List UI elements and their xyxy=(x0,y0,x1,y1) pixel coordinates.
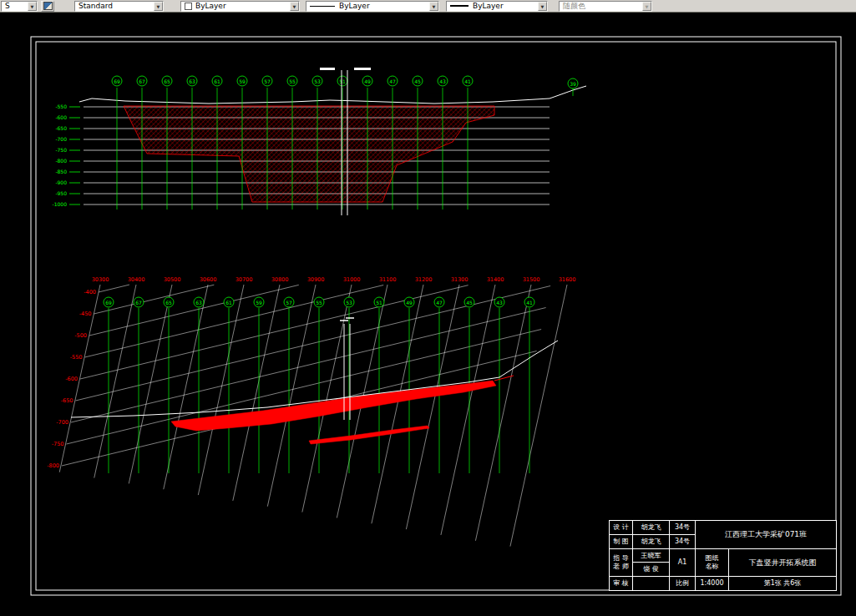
plan-elevation-label: -750 xyxy=(52,441,64,447)
elevation-label: -950 xyxy=(55,190,67,196)
linetype-control-value: ByLayer xyxy=(339,2,370,10)
station-label: 39 xyxy=(570,81,576,87)
station-label: 47 xyxy=(436,300,443,305)
station-label: 67 xyxy=(139,78,145,84)
design-label: 设 计 xyxy=(610,521,633,535)
grid-line-cross[interactable] xyxy=(129,285,172,483)
station-label: 69 xyxy=(105,300,112,305)
color-control-value: ByLayer xyxy=(195,2,226,10)
grid-line-cross[interactable] xyxy=(267,285,316,507)
properties-toolbar: S ▼ Standard ▼ ByLayer ▼ ByLayer ▼ ByLay… xyxy=(0,0,856,13)
grid-line-cross[interactable] xyxy=(510,285,567,547)
chevron-down-icon[interactable]: ▼ xyxy=(28,2,37,11)
plan-elevation-label: -550 xyxy=(70,354,83,361)
grid-line-level[interactable] xyxy=(99,285,129,292)
headframe-symbol[interactable] xyxy=(320,68,335,70)
advisor-name-1: 王晓军 xyxy=(633,549,670,563)
chevron-down-icon[interactable]: ▼ xyxy=(290,2,299,11)
ore-body-plan[interactable] xyxy=(171,381,496,431)
grid-line-level[interactable] xyxy=(89,285,299,336)
station-label: 59 xyxy=(239,78,246,84)
paper-size: A1 xyxy=(670,549,696,577)
plan-elevation-label: -700 xyxy=(56,419,68,426)
ore-body-plan-lower[interactable] xyxy=(309,426,429,444)
coordinate-label: 30400 xyxy=(128,276,145,283)
plan-elevation-label: -600 xyxy=(65,376,78,382)
section-view[interactable]: -550-600-650-700-750-800-850-900-950-100… xyxy=(53,68,586,215)
design-no: 34号 xyxy=(670,521,696,535)
scale-label: 比例 xyxy=(670,577,696,591)
station-label: 69 xyxy=(114,78,120,84)
station-label: 47 xyxy=(389,78,396,84)
plan-elevation-label: -500 xyxy=(74,332,87,339)
plan-elevation-label: -450 xyxy=(79,311,92,317)
grid-line-cross[interactable] xyxy=(475,285,531,541)
review-name xyxy=(633,577,670,591)
layer-control-value: S xyxy=(5,2,10,10)
surface-line[interactable] xyxy=(79,86,586,104)
headframe-symbol[interactable] xyxy=(354,68,371,70)
elevation-label: -700 xyxy=(55,136,67,142)
elevation-label: -600 xyxy=(55,114,67,120)
advisor-label: 指 导 老 师 xyxy=(610,549,633,577)
station-label: 45 xyxy=(466,300,473,305)
elevation-label: -1000 xyxy=(53,201,68,207)
grid-line-cross[interactable] xyxy=(441,285,495,535)
scale-value: 1:4000 xyxy=(696,577,729,591)
station-label: 57 xyxy=(264,78,271,84)
draft-no: 34号 xyxy=(670,535,696,549)
station-label: 55 xyxy=(289,78,296,84)
station-label: 63 xyxy=(195,300,202,305)
chevron-down-icon[interactable]: ▼ xyxy=(538,2,547,11)
style-manager-icon xyxy=(43,2,53,10)
coordinate-label: 30300 xyxy=(92,276,109,283)
station-label: 61 xyxy=(214,78,220,84)
advisor-name-2: 饶 俊 xyxy=(633,563,670,577)
station-label: 53 xyxy=(314,78,321,84)
elevation-label: -800 xyxy=(55,158,67,164)
grid-line-level[interactable] xyxy=(85,285,384,357)
text-style-combo[interactable]: Standard ▼ xyxy=(74,1,164,12)
station-label: 57 xyxy=(286,300,292,305)
coordinate-label: 31100 xyxy=(379,276,397,283)
lineweight-control-combo[interactable]: ByLayer ▼ xyxy=(446,1,548,12)
coordinate-label: 30700 xyxy=(236,276,253,283)
ore-body-hatch[interactable] xyxy=(124,106,494,202)
chevron-down-icon: ▼ xyxy=(642,2,651,11)
chevron-down-icon[interactable]: ▼ xyxy=(429,2,438,11)
grid-line-cross[interactable] xyxy=(164,285,208,489)
station-label: 65 xyxy=(164,78,170,84)
drawing-name: 下盘竖井开拓系统图 xyxy=(729,549,837,577)
station-label: 43 xyxy=(439,78,446,84)
linetype-control-combo[interactable]: ByLayer ▼ xyxy=(306,1,439,12)
station-label: 51 xyxy=(339,78,346,84)
grid-line-cross[interactable] xyxy=(94,285,136,478)
color-swatch-icon xyxy=(185,3,192,10)
plan-elevation-label: -800 xyxy=(47,462,59,469)
coordinate-label: 31000 xyxy=(343,276,361,283)
model-space[interactable]: -550-600-650-700-750-800-850-900-950-100… xyxy=(0,13,856,616)
elevation-label: -850 xyxy=(55,169,67,174)
linetype-sample-icon xyxy=(310,6,335,7)
plan-view[interactable]: 3030030400305003060030700308003090031000… xyxy=(47,276,575,547)
station-label: 61 xyxy=(225,300,232,305)
coordinate-label: 31200 xyxy=(415,276,433,283)
elevation-label: -900 xyxy=(55,179,67,185)
style-manager-button[interactable] xyxy=(41,1,54,12)
draft-label: 制 图 xyxy=(610,535,633,549)
coordinate-label: 30900 xyxy=(307,276,325,283)
station-label: 55 xyxy=(316,300,322,305)
draft-name: 胡龙飞 xyxy=(633,535,670,549)
grid-line-cross[interactable] xyxy=(406,285,459,529)
color-control-combo[interactable]: ByLayer ▼ xyxy=(180,1,300,12)
design-name: 胡龙飞 xyxy=(633,521,670,535)
station-label: 49 xyxy=(406,300,413,305)
plan-elevation-label: -400 xyxy=(84,289,96,295)
text-style-value: Standard xyxy=(79,2,113,10)
title-block: 设 计 胡龙飞 34号 江西理工大学采矿071班 制 图 胡龙飞 34号 指 导… xyxy=(609,520,837,591)
grid-line-cross[interactable] xyxy=(233,285,280,501)
chevron-down-icon[interactable]: ▼ xyxy=(154,2,163,11)
layer-control-combo[interactable]: S ▼ xyxy=(1,1,38,12)
station-label: 65 xyxy=(165,300,172,305)
coordinate-label: 31400 xyxy=(487,276,504,283)
